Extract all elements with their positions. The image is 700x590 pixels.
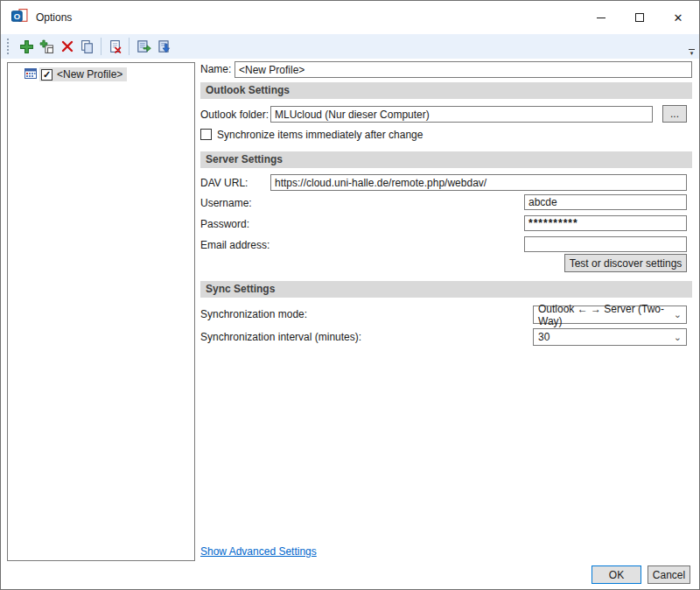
profile-name-label: <New Profile>: [57, 68, 122, 81]
synchronization-interval-value: 30: [538, 331, 550, 343]
export-profiles-button[interactable]: [133, 37, 153, 56]
minimize-icon: [597, 18, 606, 18]
copy-profile-icon: [80, 39, 94, 54]
add-multiple-profiles-icon: [39, 39, 54, 54]
ok-button[interactable]: OK: [592, 565, 641, 584]
username-input[interactable]: [524, 194, 687, 210]
sync-immediately-checkbox[interactable]: [200, 129, 212, 140]
toolbar-separator: [101, 38, 102, 55]
synchronization-interval-label: Synchronization interval (minutes):: [200, 331, 361, 343]
add-profile-icon: [19, 39, 34, 54]
name-input[interactable]: [234, 61, 692, 78]
browse-folder-button[interactable]: ...: [662, 105, 687, 123]
maximize-button[interactable]: [620, 1, 659, 34]
app-outlook-sync-icon: O: [11, 9, 28, 26]
password-input[interactable]: [524, 215, 687, 231]
outlook-settings-header: Outlook Settings: [200, 82, 692, 99]
sync-settings-header: Sync Settings: [200, 281, 692, 298]
window-title: Options: [36, 11, 72, 24]
window-controls: ✕: [582, 1, 697, 34]
add-multiple-profiles-button[interactable]: [37, 37, 57, 56]
toolbar-overflow-arrow-icon: ▾: [690, 51, 694, 55]
delete-profile-button[interactable]: [57, 37, 77, 56]
email-address-label: Email address:: [200, 239, 270, 251]
outlook-folder-input[interactable]: [270, 106, 653, 123]
svg-text:O: O: [14, 11, 20, 21]
checkmark-icon: ✓: [43, 70, 51, 80]
toolbar-grip-handle[interactable]: [7, 39, 10, 54]
synchronization-interval-dropdown[interactable]: 30 ⌄: [533, 328, 687, 346]
options-dialog: O Options ✕: [0, 0, 700, 590]
toolbar: ▾: [1, 34, 699, 59]
server-settings-header: Server Settings: [200, 151, 692, 168]
toolbar-overflow-button[interactable]: ▾: [689, 49, 695, 55]
show-advanced-settings-link[interactable]: Show Advanced Settings: [200, 545, 317, 558]
clear-cache-icon: [108, 39, 122, 54]
password-label: Password:: [200, 218, 249, 230]
synchronization-mode-value: Outlook ← → Server (Two-Way): [538, 303, 674, 327]
toolbar-separator: [129, 38, 130, 55]
email-address-input[interactable]: [524, 236, 687, 252]
sync-immediately-label: Synchronize items immediately after chan…: [217, 129, 423, 141]
test-or-discover-settings-button[interactable]: Test or discover settings: [564, 254, 687, 272]
outlook-folder-label: Outlook folder:: [200, 109, 269, 121]
chevron-down-icon: ⌄: [674, 333, 686, 342]
maximize-icon: [635, 13, 644, 22]
delete-profile-icon: [60, 39, 74, 53]
chevron-down-icon: ⌄: [674, 310, 686, 320]
close-icon: ✕: [674, 11, 683, 25]
dav-url-input[interactable]: [270, 174, 687, 191]
close-button[interactable]: ✕: [659, 1, 697, 34]
minimize-button[interactable]: [582, 1, 620, 34]
copy-profile-button[interactable]: [77, 37, 97, 56]
calendar-profile-icon: [24, 67, 38, 83]
titlebar: O Options ✕: [1, 1, 699, 34]
profile-enabled-checkbox[interactable]: ✓: [41, 69, 52, 81]
profile-tree-item[interactable]: ✓ <New Profile>: [24, 67, 194, 82]
import-profiles-button[interactable]: [153, 37, 173, 56]
synchronization-mode-dropdown[interactable]: Outlook ← → Server (Two-Way) ⌄: [533, 306, 687, 324]
import-profiles-icon: [156, 39, 172, 54]
add-profile-button[interactable]: [17, 37, 37, 56]
synchronization-mode-label: Synchronization mode:: [200, 308, 307, 320]
username-label: Username:: [200, 197, 252, 209]
name-label: Name:: [200, 63, 231, 75]
clear-cache-button[interactable]: [105, 37, 125, 56]
profiles-tree-panel: ✓ <New Profile>: [7, 62, 195, 561]
cancel-button[interactable]: Cancel: [648, 565, 690, 584]
profile-selection: ✓ <New Profile>: [39, 67, 127, 81]
export-profiles-icon: [136, 39, 151, 54]
dav-url-label: DAV URL:: [200, 177, 248, 189]
